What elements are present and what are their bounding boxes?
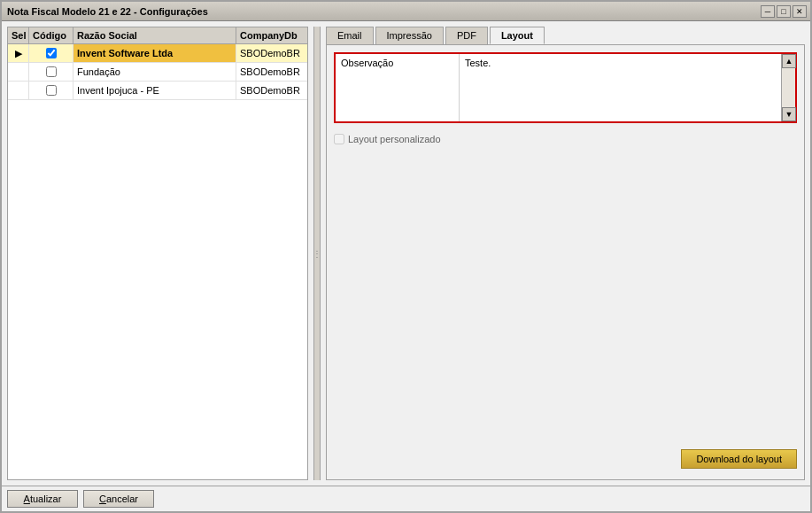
- bottom-bar: Atualizar Cancelar: [2, 486, 810, 511]
- maximize-button[interactable]: □: [777, 5, 791, 18]
- atualizar-button[interactable]: Atualizar: [7, 490, 78, 508]
- minimize-button[interactable]: ─: [761, 5, 775, 18]
- window-title: Nota Fiscal Modelo 21 e 22 - Configuraçõ…: [5, 6, 208, 17]
- scroll-track: [782, 68, 795, 107]
- window-controls: ─ □ ✕: [761, 5, 807, 18]
- row-razao-social-1: Invent Software Ltda: [73, 44, 236, 62]
- col-companydb: CompanyDb: [236, 27, 307, 43]
- row-checkbox-2[interactable]: [29, 63, 73, 81]
- tab-layout[interactable]: Layout: [490, 27, 545, 44]
- observacao-label: Observação: [336, 54, 460, 121]
- table-body: ▶ Invent Software Ltda SBODemoBR Fu: [8, 44, 307, 479]
- col-codigo: Código: [29, 27, 73, 43]
- tab-pdf[interactable]: PDF: [445, 27, 488, 44]
- tabs-bar: Email Impressão PDF Layout: [326, 27, 805, 44]
- tab-impressao[interactable]: Impressão: [375, 27, 444, 44]
- col-razao-social: Razão Social: [73, 27, 236, 43]
- col-sel: Sel: [8, 27, 29, 43]
- table-row[interactable]: Invent Ipojuca - PE SBODemoBR: [8, 82, 307, 100]
- companies-table: Sel Código Razão Social CompanyDb ▶ Inve…: [7, 27, 308, 480]
- scroll-up-button[interactable]: ▲: [782, 54, 796, 68]
- main-panel: Sel Código Razão Social CompanyDb ▶ Inve…: [7, 27, 805, 480]
- title-bar: Nota Fiscal Modelo 21 e 22 - Configuraçõ…: [2, 2, 810, 21]
- layout-personalizado-checkbox[interactable]: [334, 134, 344, 144]
- cancelar-button[interactable]: Cancelar: [83, 490, 154, 508]
- table-header: Sel Código Razão Social CompanyDb: [8, 27, 307, 44]
- main-window: Nota Fiscal Modelo 21 e 22 - Configuraçõ…: [0, 0, 812, 513]
- panel-splitter[interactable]: [313, 27, 321, 480]
- content-area: Sel Código Razão Social CompanyDb ▶ Inve…: [2, 21, 810, 486]
- observacao-scrollbar: ▲ ▼: [781, 54, 795, 121]
- close-button[interactable]: ✕: [793, 5, 807, 18]
- table-row[interactable]: Fundação SBODemoBR: [8, 63, 307, 82]
- row-razao-social-2: Fundação: [73, 63, 236, 81]
- tab-email[interactable]: Email: [326, 27, 374, 44]
- layout-personalizado-label: Layout personalizado: [348, 134, 441, 144]
- row-checkbox-3[interactable]: [29, 82, 73, 99]
- download-layout-button[interactable]: Download do layout: [681, 449, 797, 469]
- row-companydb-3: SBODemoBR: [236, 82, 307, 99]
- row-selector-2: [8, 63, 29, 81]
- right-panel: Email Impressão PDF Layout Observação Te…: [326, 27, 805, 480]
- observacao-area: Observação Teste. ▲ ▼: [334, 52, 797, 123]
- bottom-buttons: Atualizar Cancelar: [7, 490, 154, 508]
- layout-personalizado-section: Layout personalizado: [334, 130, 797, 148]
- row-selector-1: ▶: [8, 44, 29, 62]
- row-razao-social-3: Invent Ipojuca - PE: [73, 82, 236, 99]
- observacao-value: Teste.: [460, 54, 781, 121]
- scroll-down-button[interactable]: ▼: [782, 107, 796, 121]
- row-selector-3: [8, 82, 29, 99]
- table-row[interactable]: ▶ Invent Software Ltda SBODemoBR: [8, 44, 307, 63]
- tab-footer: Download do layout: [334, 155, 797, 472]
- row-companydb-2: SBODemoBR: [236, 63, 307, 81]
- tab-content-layout: Observação Teste. ▲ ▼ Layout personaliza…: [326, 44, 805, 480]
- row-checkbox-1[interactable]: [29, 44, 73, 62]
- row-companydb-1: SBODemoBR: [236, 44, 307, 62]
